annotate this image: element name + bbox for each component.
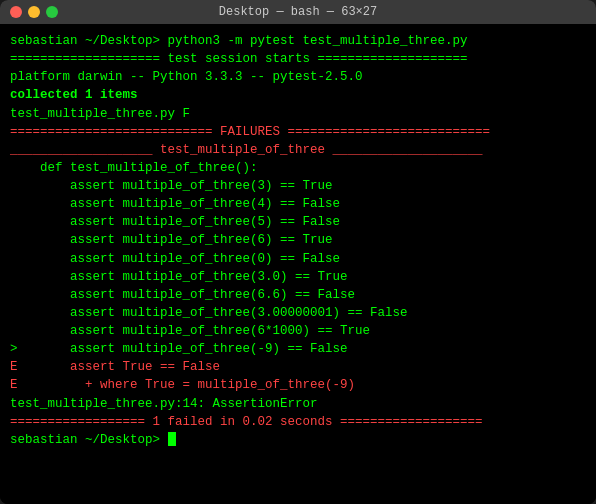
terminal-line: > assert multiple_of_three(-9) == False [10,340,586,358]
terminal-line: test_multiple_three.py:14: AssertionErro… [10,395,586,413]
terminal-line: assert multiple_of_three(5) == False [10,213,586,231]
terminal-line: E assert True == False [10,358,586,376]
terminal-line: assert multiple_of_three(6.6) == False [10,286,586,304]
terminal-line: assert multiple_of_three(6*1000) == True [10,322,586,340]
terminal-line: assert multiple_of_three(3.00000001) == … [10,304,586,322]
terminal-line: collected 1 items [10,86,586,104]
terminal-line: ___________________ test_multiple_of_thr… [10,141,586,159]
terminal-window: Desktop — bash — 63×27 sebastian ~/Deskt… [0,0,596,504]
minimize-button[interactable] [28,6,40,18]
terminal-line: ================== 1 failed in 0.02 seco… [10,413,586,431]
terminal-line: assert multiple_of_three(0) == False [10,250,586,268]
window-title: Desktop — bash — 63×27 [219,5,377,19]
traffic-lights [10,6,58,18]
terminal-line: assert multiple_of_three(3) == True [10,177,586,195]
terminal-line: E + where True = multiple_of_three(-9) [10,376,586,394]
terminal-line: ==================== test session starts… [10,50,586,68]
terminal-line: test_multiple_three.py F [10,105,586,123]
terminal-line: sebastian ~/Desktop> [10,431,586,449]
terminal-line: assert multiple_of_three(6) == True [10,231,586,249]
terminal-line: sebastian ~/Desktop> python3 -m pytest t… [10,32,586,50]
close-button[interactable] [10,6,22,18]
terminal-body[interactable]: sebastian ~/Desktop> python3 -m pytest t… [0,24,596,504]
terminal-line: =========================== FAILURES ===… [10,123,586,141]
terminal-line: platform darwin -- Python 3.3.3 -- pytes… [10,68,586,86]
terminal-cursor [168,432,176,446]
terminal-line: assert multiple_of_three(4) == False [10,195,586,213]
terminal-line: assert multiple_of_three(3.0) == True [10,268,586,286]
titlebar: Desktop — bash — 63×27 [0,0,596,24]
terminal-line: def test_multiple_of_three(): [10,159,586,177]
maximize-button[interactable] [46,6,58,18]
